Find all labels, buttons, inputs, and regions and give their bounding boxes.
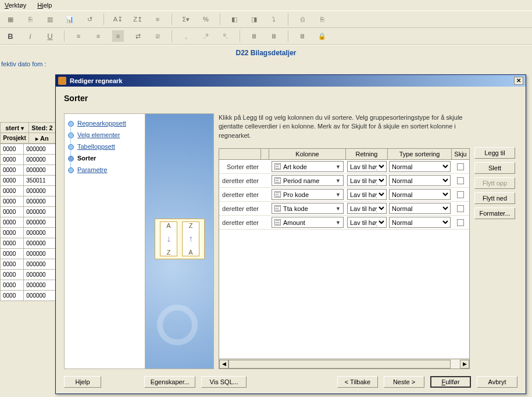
sort-type-select[interactable]: Normal <box>389 175 451 186</box>
table-cell[interactable]: 000000 <box>24 186 56 196</box>
table-cell[interactable]: 000000 <box>24 228 56 238</box>
toolbar-icon[interactable]: % <box>200 13 212 25</box>
toolbar-icon[interactable]: 🗎 <box>268 30 280 42</box>
toolbar-icon[interactable]: 🗎 <box>297 30 308 42</box>
horizontal-scrollbar[interactable]: ◀ ▶ <box>219 359 470 369</box>
wizard-step[interactable]: Tabelloppsett <box>67 141 142 152</box>
toolbar-icon[interactable]: ▥ <box>44 13 56 25</box>
back-button[interactable]: < Tilbake <box>337 376 378 388</box>
menu-tools[interactable]: VVerktøyerktøy <box>5 2 26 9</box>
close-icon[interactable]: ✕ <box>514 77 523 85</box>
table-cell[interactable]: 350011 <box>24 176 56 186</box>
col-header-skjult[interactable]: Skju <box>452 149 469 159</box>
table-cell[interactable]: 0000 <box>1 217 24 228</box>
table-cell[interactable]: 0000 <box>1 249 24 259</box>
toolbar-icon[interactable]: 🔒 <box>316 30 328 42</box>
table-cell[interactable]: 000000 <box>24 196 56 207</box>
toolbar-icon[interactable]: 🗎 <box>248 30 260 42</box>
direction-select[interactable]: Lav til høy <box>347 175 387 186</box>
format-button[interactable]: Formater... <box>474 208 515 219</box>
toolbar-icon[interactable]: ⁰. <box>220 30 231 42</box>
table-cell[interactable]: 0000 <box>1 144 24 155</box>
sort-type-select[interactable]: Normal <box>389 189 451 200</box>
col-header-type[interactable]: Type sortering <box>388 149 452 159</box>
delete-button[interactable]: Slett <box>474 162 515 174</box>
table-cell[interactable]: 000000 <box>24 217 56 228</box>
hidden-checkbox[interactable] <box>457 191 464 198</box>
sort-asc-icon[interactable]: A↧ <box>112 13 124 25</box>
toolbar-icon[interactable]: ⎚ <box>152 30 163 42</box>
table-cell[interactable]: 000000 <box>24 165 56 176</box>
finish-button[interactable]: Fullfør <box>430 376 471 388</box>
toolbar-icon[interactable]: ◧ <box>228 13 240 25</box>
toolbar-icon[interactable]: ◨ <box>248 13 260 25</box>
bold-icon[interactable]: B <box>5 30 16 42</box>
toolbar-icon[interactable]: ≡ <box>152 13 163 25</box>
hidden-checkbox[interactable] <box>457 163 464 170</box>
sort-desc-icon[interactable]: Z↥ <box>132 13 144 25</box>
table-cell[interactable]: 0000 <box>1 186 24 196</box>
table-cell[interactable]: 0000 <box>1 207 24 217</box>
italic-icon[interactable]: i <box>24 30 36 42</box>
column-select[interactable]: Art kode ▼ <box>272 161 344 172</box>
sort-type-select[interactable]: Normal <box>389 203 451 214</box>
direction-select[interactable]: Lav til høy <box>347 161 387 172</box>
wizard-step[interactable]: Regnearkoppsett <box>67 117 142 129</box>
table-cell[interactable]: 0000 <box>1 165 24 176</box>
table-cell[interactable]: 0000 <box>1 270 24 280</box>
wizard-step[interactable]: Velg elementer <box>67 129 142 141</box>
col-header-retning[interactable]: Retning <box>346 149 388 159</box>
direction-select[interactable]: Lav til høy <box>347 189 387 200</box>
table-cell[interactable]: 0000 <box>1 291 24 301</box>
show-sql-button[interactable]: Vis SQL... <box>201 376 247 388</box>
table-cell[interactable]: 000000 <box>24 280 56 291</box>
align-left-icon[interactable]: ≡ <box>73 30 84 42</box>
sigma-icon[interactable]: Σ▾ <box>180 13 192 25</box>
dialog-titlebar[interactable]: Rediger regneark ✕ <box>56 75 526 87</box>
column-select[interactable]: Period name ▼ <box>272 175 344 186</box>
table-cell[interactable]: 0000 <box>1 176 24 186</box>
col-header[interactable]: Prosjekt <box>1 133 29 144</box>
toolbar-icon[interactable]: ⤵ <box>268 13 280 25</box>
table-cell[interactable]: 000000 <box>24 144 56 155</box>
wizard-step-link[interactable]: Tabelloppsett <box>77 143 115 150</box>
toolbar-icon[interactable]: ⎘ <box>316 13 328 25</box>
toolbar-icon[interactable]: ⎘ <box>24 13 36 25</box>
table-cell[interactable]: 000000 <box>24 291 56 301</box>
column-select[interactable]: Amount ▼ <box>272 217 344 228</box>
table-cell[interactable]: 0000 <box>1 238 24 249</box>
table-cell[interactable]: 0000 <box>1 280 24 291</box>
table-cell[interactable]: 000000 <box>24 259 56 270</box>
table-cell[interactable]: 0000 <box>1 196 24 207</box>
table-cell[interactable]: 000000 <box>24 249 56 259</box>
table-cell[interactable]: 0000 <box>1 228 24 238</box>
col-header[interactable]: ▸ An <box>29 133 56 144</box>
sort-type-select[interactable]: Normal <box>389 161 451 172</box>
table-cell[interactable]: 0000 <box>1 259 24 270</box>
wizard-step-link[interactable]: Regnearkoppsett <box>77 120 126 127</box>
add-button[interactable]: Legg til <box>474 147 515 159</box>
wizard-step-link[interactable]: Velg elementer <box>77 131 120 138</box>
align-right-icon[interactable]: ≡ <box>112 30 124 42</box>
col-header[interactable]: Sted: 2 <box>29 123 56 133</box>
table-cell[interactable]: 0000 <box>1 155 24 165</box>
wizard-step[interactable]: Sorter <box>67 152 142 164</box>
align-center-icon[interactable]: ≡ <box>92 30 104 42</box>
toolbar-icon[interactable]: ↺ <box>84 13 95 25</box>
col-header-kolonne[interactable]: Kolonne <box>269 149 346 159</box>
column-select[interactable]: Tta kode ▼ <box>272 203 344 214</box>
move-down-button[interactable]: Flytt ned <box>474 192 515 204</box>
hidden-checkbox[interactable] <box>457 205 464 212</box>
toolbar-icon[interactable]: ▦ <box>5 13 16 25</box>
table-cell[interactable]: 000000 <box>24 238 56 249</box>
table-cell[interactable]: 000000 <box>24 207 56 217</box>
direction-select[interactable]: Lav til høy <box>347 203 387 214</box>
toolbar-icon[interactable]: ⇄ <box>132 30 144 42</box>
col-header[interactable]: stert ▾ <box>1 123 29 133</box>
properties-button[interactable]: Egenskaper... <box>144 376 195 388</box>
column-select[interactable]: Pro kode ▼ <box>272 189 344 200</box>
toolbar-icon[interactable]: , <box>180 30 192 42</box>
table-cell[interactable]: 000000 <box>24 155 56 165</box>
hidden-checkbox[interactable] <box>457 177 464 184</box>
scroll-right-icon[interactable]: ▶ <box>460 360 469 369</box>
